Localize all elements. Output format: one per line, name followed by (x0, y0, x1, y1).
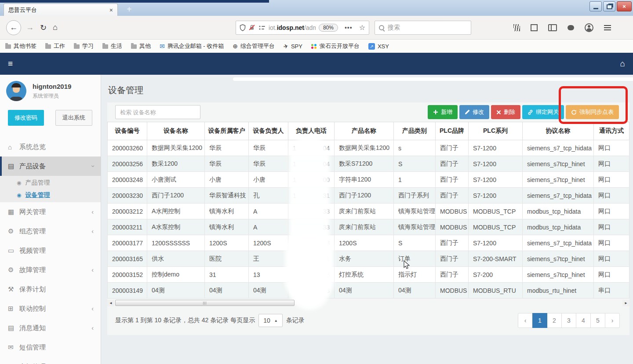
sidebar-item[interactable]: ⚙故障管理‹ (0, 260, 101, 280)
sidebar-subitem[interactable]: ◉产品管理 (0, 177, 101, 189)
table-row[interactable]: 200003165供水医院王41水务订单西门子S7-200-SMARTsieme… (108, 251, 629, 267)
phone-left-fragment: 1 (293, 192, 296, 199)
tab-close-icon[interactable]: × (109, 7, 113, 14)
scroll-right-arrow[interactable]: ► (622, 300, 629, 306)
bookmark-label: SPY (291, 43, 302, 50)
table-row[interactable]: 200003211A水泵控制镇海水利A33庹来门前泵站镇海泵站管理MODBUSM… (108, 219, 629, 235)
refresh-button[interactable]: ↻ (40, 23, 47, 33)
bookmark-star-icon[interactable]: ☆ (359, 23, 365, 32)
title-bar: 思普云平台 × + × (0, 0, 633, 16)
new-tab-button[interactable]: + (127, 4, 132, 15)
table-row[interactable]: 200003256数采1200华辰华辰104数采S71200S西门子S7-120… (108, 156, 629, 172)
cell-owner: 小唐 (249, 172, 288, 188)
cell-name: A水闸控制 (147, 204, 205, 219)
scrollbar-thumb[interactable] (115, 300, 295, 306)
gears-icon: ⚙ (8, 266, 19, 274)
insecure-lock-icon[interactable] (249, 24, 255, 31)
back-button[interactable]: ← (6, 20, 21, 35)
table-row[interactable]: 20000314904测04测04测15804测04测MODBUSMODBUS_… (108, 283, 629, 298)
sidebar-toggle-icon[interactable] (548, 24, 557, 31)
table-row[interactable]: 200003152控制demo311318灯控系统指示灯西门子S7-200sie… (108, 267, 629, 283)
zoom-level-badge[interactable]: 80% (319, 24, 338, 32)
home-button[interactable]: ⌂ (53, 23, 58, 32)
sidebar-item[interactable]: ⚙组态管理‹ (0, 222, 101, 241)
url-bar[interactable]: iot.idosp.net/admin/index.html?lang 80% … (236, 21, 369, 35)
scroll-left-arrow[interactable]: ◄ (107, 300, 114, 306)
cell-protocol: siemens_s7tcp_hinet (523, 251, 594, 267)
app-home-icon[interactable]: ⌂ (620, 59, 625, 69)
sidebar-item[interactable]: ▦网关管理‹ (0, 202, 101, 222)
bind-gateway-button[interactable]: 绑定网关 (522, 105, 564, 119)
sidebar-item[interactable]: ▤消息通知‹ (0, 318, 101, 338)
bookmark-folder[interactable]: 其他书签 (5, 42, 36, 50)
library-icon[interactable] (513, 24, 520, 31)
table-row[interactable]: 200003260数据网关采集1200华辰华辰104数据网关采集1200s西门子… (108, 140, 629, 156)
bookmark-label: 学习 (82, 42, 94, 50)
pocket-icon[interactable] (568, 25, 574, 30)
phone-cell: 104 (288, 156, 335, 172)
bookmark-link[interactable]: ✈SPY (284, 43, 302, 50)
table-row[interactable]: 200003230西门子1200华辰智通科技孔131西门子1200西门子系列西门… (108, 188, 629, 204)
forward-button[interactable]: → (26, 23, 34, 32)
sidebar-item-label: 保养计划 (19, 285, 46, 294)
bookmark-link[interactable]: ✉腾讯企业邮箱 - 收件箱 (160, 42, 224, 50)
permissions-icon[interactable] (258, 25, 266, 30)
page-button-›[interactable]: › (605, 313, 620, 328)
restore-button[interactable] (603, 1, 615, 11)
table-row[interactable]: 2000031771200SSSSSS1200S1200S881200SS西门子… (108, 235, 629, 251)
sidebar-item[interactable]: ⚒保养计划 (0, 280, 101, 299)
sidebar-item[interactable]: ▤产品设备‹ (0, 157, 101, 176)
bookmark-link[interactable]: ↗XSY (368, 43, 389, 50)
tab-title: 思普云平台 (8, 6, 106, 14)
device-search-input[interactable] (115, 105, 200, 119)
bookmark-label: 其他 (139, 42, 151, 50)
menu-icon[interactable] (604, 25, 611, 30)
pencil-icon (465, 109, 470, 115)
page-button-4[interactable]: 4 (576, 313, 591, 328)
page-button-3[interactable]: 3 (561, 313, 576, 328)
panel-toolbar: 新增修改删除绑定网关强制同步点表 (107, 102, 629, 122)
add-button[interactable]: 新增 (428, 105, 458, 119)
minimize-button[interactable] (589, 1, 602, 11)
bookmark-link[interactable]: ⊕综合管理平台 (233, 42, 275, 50)
phone-cell: 18 (288, 267, 335, 283)
sidebar-item[interactable]: ⌂系统总览 (0, 137, 101, 157)
page-button-‹[interactable]: ‹ (518, 313, 533, 328)
bookmark-folder[interactable]: 其他 (131, 42, 151, 50)
close-button[interactable]: × (617, 1, 632, 11)
cell-protocol: siemens_s7tcp_hinet (523, 156, 594, 172)
sidebar-subitem[interactable]: ◉设备管理 (0, 189, 101, 201)
change-password-button[interactable]: 修改密码 (8, 110, 44, 126)
sidebar-item[interactable]: ▦空间管理 (0, 357, 101, 364)
bookmark-folder[interactable]: 学习 (74, 42, 94, 50)
page-button-5[interactable]: 5 (590, 313, 605, 328)
logout-button[interactable]: 退出系统 (55, 110, 92, 126)
phone-cell: 100 (288, 172, 335, 188)
browser-tab[interactable]: 思普云平台 × (4, 4, 118, 16)
search-bar[interactable]: 搜索 (375, 21, 471, 35)
delete-button[interactable]: 删除 (491, 105, 520, 119)
page-button-2[interactable]: 2 (547, 313, 562, 328)
cell-customer: 华辰 (205, 156, 249, 172)
page-actions-icon[interactable]: ••• (345, 24, 353, 31)
account-icon[interactable] (585, 23, 593, 32)
table-row[interactable]: 200003212A水闸控制镇海水利A33庹来门前泵站镇海泵站管理MODBUSM… (108, 204, 629, 219)
bookmark-link[interactable]: 萤石云开放平台 (311, 42, 360, 50)
page-button-1[interactable]: 1 (532, 313, 547, 328)
screenshot-icon[interactable] (531, 24, 538, 31)
bookmark-folder[interactable]: 工作 (45, 42, 65, 50)
table-row[interactable]: 200003248小唐测试小唐小唐100字符串12001西门子S7-1200si… (108, 172, 629, 188)
cell-category: 1 (394, 172, 436, 188)
bookmark-folder[interactable]: 生活 (102, 42, 122, 50)
folder-icon (102, 44, 108, 49)
column-header: 协议名称 (523, 122, 594, 140)
sidebar-item[interactable]: ✉短信管理 (0, 338, 101, 357)
cell-owner: A (249, 204, 288, 219)
sidebar-item[interactable]: ▭视频管理 (0, 241, 101, 260)
sidebar-item[interactable]: ⊞联动控制‹ (0, 299, 101, 318)
cell-id: 200003152 (108, 267, 147, 283)
sidebar-collapse-icon[interactable]: ≡ (8, 59, 13, 69)
edit-button[interactable]: 修改 (459, 105, 489, 119)
search-placeholder: 搜索 (388, 24, 400, 32)
page-size-select[interactable]: 10 ▲ (258, 314, 283, 327)
